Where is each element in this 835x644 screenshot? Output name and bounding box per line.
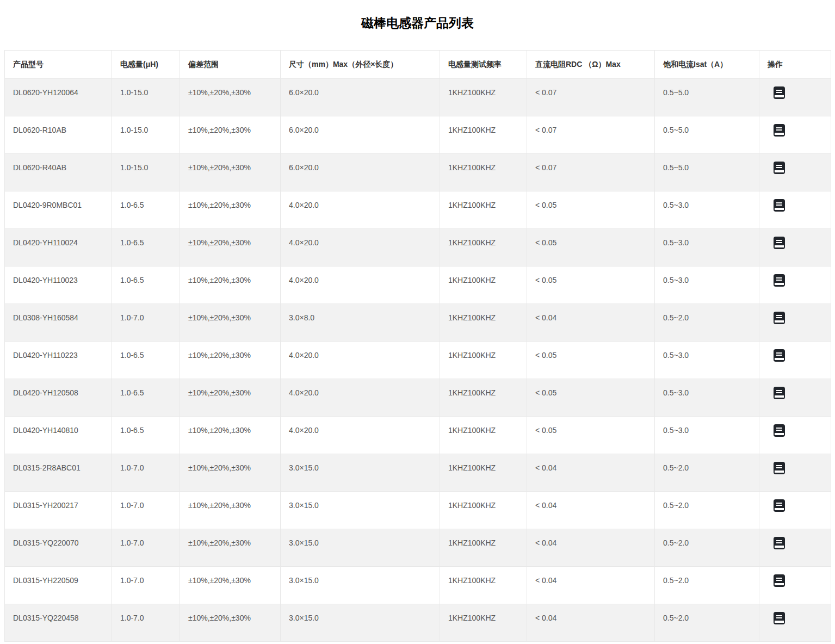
cell-tolerance: ±10%,±20%,±30% [180, 154, 281, 191]
cell-rdc: < 0.05 [527, 267, 655, 304]
cell-size: 3.0×15.0 [281, 604, 440, 642]
cell-tolerance: ±10%,±20%,±30% [180, 304, 281, 342]
cell-isat: 0.5~2.0 [655, 492, 759, 529]
document-icon-line [776, 202, 782, 203]
document-icon[interactable] [774, 274, 785, 287]
document-icon-band [775, 320, 784, 323]
cell-isat: 0.5~3.0 [655, 417, 759, 454]
cell-rdc: < 0.04 [527, 567, 655, 604]
document-icon[interactable] [774, 237, 785, 249]
cell-tolerance: ±10%,±20%,±30% [180, 267, 281, 304]
document-icon-line [776, 315, 782, 316]
cell-actions [759, 154, 831, 191]
cell-size: 3.0×15.0 [281, 492, 440, 529]
cell-actions [759, 79, 831, 116]
cell-inductance: 1.0-15.0 [112, 154, 180, 191]
document-icon-line [776, 615, 782, 616]
cell-size: 4.0×20.0 [281, 342, 440, 379]
table-row: DL0420-YH120508 1.0-6.5 ±10%,±20%,±30% 4… [5, 379, 831, 417]
document-icon[interactable] [774, 574, 785, 587]
cell-model: DL0315-2R8ABC01 [5, 454, 112, 492]
cell-frequency: 1KHZ100KHZ [440, 529, 527, 567]
document-icon-line [776, 92, 782, 93]
cell-model: DL0315-YH220509 [5, 567, 112, 604]
document-icon[interactable] [774, 312, 785, 324]
cell-actions [759, 379, 831, 417]
document-icon-band [775, 583, 784, 585]
document-icon-band [775, 358, 784, 360]
column-header-model: 产品型号 [5, 51, 112, 79]
document-icon[interactable] [774, 499, 785, 512]
cell-inductance: 1.0-7.0 [112, 492, 180, 529]
cell-isat: 0.5~2.0 [655, 529, 759, 567]
document-icon-line [776, 540, 782, 541]
cell-actions [759, 604, 831, 642]
cell-inductance: 1.0-7.0 [112, 304, 180, 342]
document-icon[interactable] [774, 462, 785, 474]
cell-model: DL0420-YH110024 [5, 229, 112, 267]
table-row: DL0620-YH120064 1.0-15.0 ±10%,±20%,±30% … [5, 79, 831, 116]
cell-tolerance: ±10%,±20%,±30% [180, 529, 281, 567]
table-row: DL0315-YQ220070 1.0-7.0 ±10%,±20%,±30% 3… [5, 529, 831, 567]
document-icon-line [776, 430, 782, 431]
cell-frequency: 1KHZ100KHZ [440, 304, 527, 342]
cell-size: 3.0×8.0 [281, 304, 440, 342]
cell-model: DL0315-YQ220070 [5, 529, 112, 567]
cell-rdc: < 0.04 [527, 604, 655, 642]
column-header-frequency: 电感量测试频率 [440, 51, 527, 79]
cell-size: 3.0×15.0 [281, 529, 440, 567]
cell-actions [759, 417, 831, 454]
cell-frequency: 1KHZ100KHZ [440, 267, 527, 304]
document-icon[interactable] [774, 537, 785, 549]
cell-actions [759, 342, 831, 379]
document-icon[interactable] [774, 124, 785, 137]
document-icon[interactable] [774, 199, 785, 212]
document-icon-line [776, 578, 782, 579]
cell-size: 4.0×20.0 [281, 191, 440, 229]
cell-frequency: 1KHZ100KHZ [440, 191, 527, 229]
cell-isat: 0.5~3.0 [655, 267, 759, 304]
document-icon-band [775, 245, 784, 247]
table-header-row: 产品型号 电感量(μH) 偏差范围 尺寸（mm）Max（外径×长度） 电感量测试… [5, 51, 831, 79]
document-icon-line [776, 165, 782, 166]
cell-actions [759, 567, 831, 604]
table-row: DL0315-YH220509 1.0-7.0 ±10%,±20%,±30% 3… [5, 567, 831, 604]
cell-model: DL0420-YH110023 [5, 267, 112, 304]
cell-tolerance: ±10%,±20%,±30% [180, 492, 281, 529]
table-row: DL0420-YH110223 1.0-6.5 ±10%,±20%,±30% 4… [5, 342, 831, 379]
cell-rdc: < 0.05 [527, 191, 655, 229]
table-row: DL0315-YH200217 1.0-7.0 ±10%,±20%,±30% 3… [5, 492, 831, 529]
document-icon-band [775, 283, 784, 285]
document-icon-band [775, 208, 784, 210]
document-icon-line [776, 129, 782, 131]
cell-model: DL0420-YH110223 [5, 342, 112, 379]
cell-model: DL0620-YH120064 [5, 79, 112, 116]
document-icon-line [776, 465, 782, 466]
cell-frequency: 1KHZ100KHZ [440, 116, 527, 154]
cell-inductance: 1.0-6.5 [112, 267, 180, 304]
cell-inductance: 1.0-7.0 [112, 529, 180, 567]
cell-rdc: < 0.07 [527, 116, 655, 154]
document-icon[interactable] [774, 349, 785, 362]
document-icon[interactable] [774, 424, 785, 437]
cell-size: 4.0×20.0 [281, 417, 440, 454]
table-row: DL0620-R10AB 1.0-15.0 ±10%,±20%,±30% 6.0… [5, 116, 831, 154]
document-icon[interactable] [774, 387, 785, 399]
document-icon-line [776, 542, 782, 543]
cell-isat: 0.5~5.0 [655, 79, 759, 116]
cell-inductance: 1.0-15.0 [112, 116, 180, 154]
document-icon[interactable] [774, 612, 785, 624]
document-icon-line [776, 617, 782, 618]
cell-isat: 0.5~5.0 [655, 154, 759, 191]
table-row: DL0315-YQ220458 1.0-7.0 ±10%,±20%,±30% 3… [5, 604, 831, 642]
document-icon[interactable] [774, 162, 785, 174]
cell-rdc: < 0.05 [527, 229, 655, 267]
document-icon-line [776, 467, 782, 468]
cell-model: DL0420-YH140810 [5, 417, 112, 454]
document-icon[interactable] [774, 86, 785, 99]
document-icon-line [776, 127, 782, 128]
cell-tolerance: ±10%,±20%,±30% [180, 229, 281, 267]
cell-frequency: 1KHZ100KHZ [440, 379, 527, 417]
document-icon-line [776, 505, 782, 506]
column-header-rdc: 直流电阻RDC （Ω）Max [527, 51, 655, 79]
